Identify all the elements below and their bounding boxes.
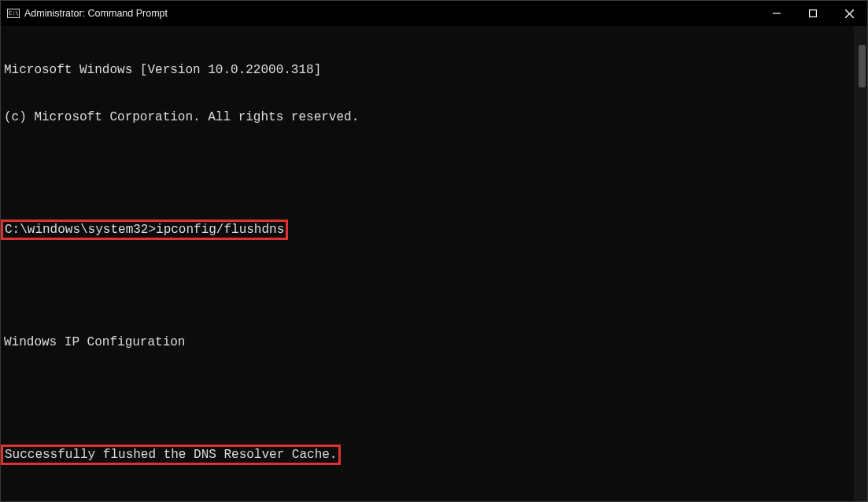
scrollbar-track[interactable] xyxy=(854,26,867,501)
maximize-button[interactable] xyxy=(795,1,831,26)
window-controls xyxy=(759,1,867,26)
blank-line xyxy=(1,287,850,303)
entered-command: ipconfig/flushdns xyxy=(156,223,284,237)
close-button[interactable] xyxy=(831,1,867,26)
minimize-button[interactable] xyxy=(759,1,795,26)
version-line: Microsoft Windows [Version 10.0.22000.31… xyxy=(1,62,850,78)
copyright-line: (c) Microsoft Corporation. All rights re… xyxy=(1,109,850,125)
window-title: Administrator: Command Prompt xyxy=(24,1,168,26)
blank-line xyxy=(1,382,850,397)
ipconfig-header: Windows IP Configuration xyxy=(1,334,850,350)
highlight-command: C:\windows\system32>ipconfig/flushdns xyxy=(1,220,288,240)
prompt-path: C:\windows\system32> xyxy=(5,223,156,237)
success-line: Successfully flushed the DNS Resolver Ca… xyxy=(1,445,850,465)
terminal-output: Microsoft Windows [Version 10.0.22000.31… xyxy=(1,31,850,501)
terminal-body[interactable]: Microsoft Windows [Version 10.0.22000.31… xyxy=(1,26,867,501)
svg-rect-3 xyxy=(810,10,817,17)
highlight-success: Successfully flushed the DNS Resolver Ca… xyxy=(1,445,341,465)
titlebar[interactable]: C:\ Administrator: Command Prompt xyxy=(1,1,867,26)
scrollbar-thumb[interactable] xyxy=(859,45,866,87)
cmd-icon: C:\ xyxy=(7,7,20,20)
svg-text:C:\: C:\ xyxy=(9,10,19,17)
command-prompt-window: C:\ Administrator: Command Prompt xyxy=(0,0,868,502)
prompt-command-line: C:\windows\system32>ipconfig/flushdns xyxy=(1,220,850,240)
blank-line xyxy=(1,157,850,172)
